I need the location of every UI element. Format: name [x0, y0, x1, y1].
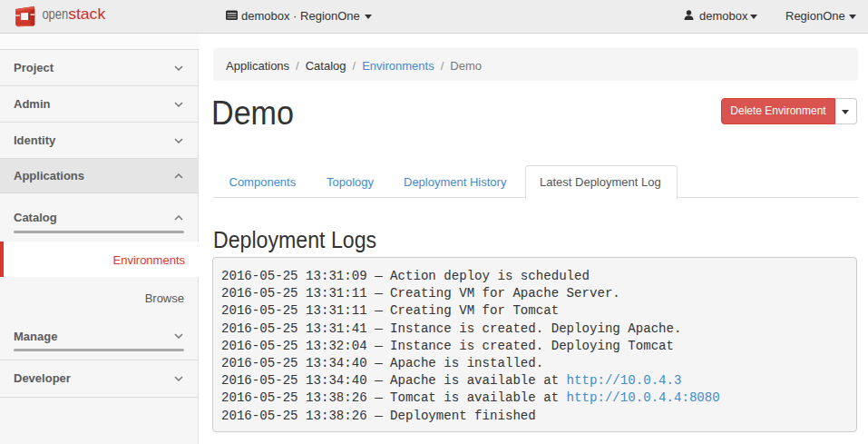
svg-text:open: open [42, 5, 68, 23]
svg-text:stack: stack [68, 5, 106, 23]
